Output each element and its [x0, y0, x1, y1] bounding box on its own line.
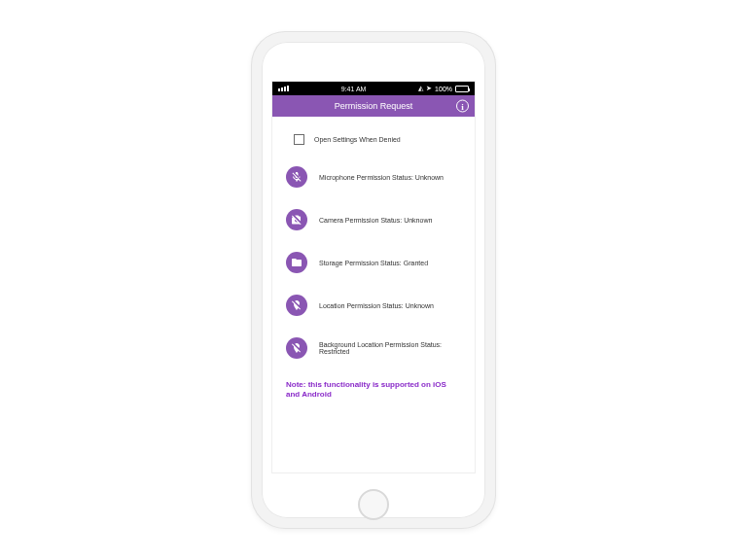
battery-icon: [455, 86, 469, 92]
phone-frame: 9:41 AM ◭ ➤ 100% Permission Request i Op…: [252, 32, 495, 528]
camera-off-icon: [286, 209, 307, 230]
camera-permission-label: Camera Permission Status: Unknown: [319, 217, 432, 224]
page-title: Permission Request: [335, 101, 413, 111]
signal-icon: [278, 86, 289, 91]
background-location-permission-label: Background Location Permission Status: R…: [319, 341, 461, 355]
info-button[interactable]: i: [456, 100, 469, 113]
open-settings-row[interactable]: Open Settings When Denied: [286, 134, 461, 145]
camera-permission-row[interactable]: Camera Permission Status: Unknown: [286, 209, 461, 230]
location-permission-row[interactable]: Location Permission Status: Unknown: [286, 295, 461, 316]
content: Open Settings When Denied Microphone Per…: [272, 117, 475, 408]
status-time: 9:41 AM: [341, 86, 367, 92]
status-bar: 9:41 AM ◭ ➤ 100%: [272, 82, 475, 95]
support-note: Note: this functionality is supported on…: [286, 380, 461, 401]
home-button[interactable]: [358, 489, 389, 520]
storage-permission-label: Storage Permission Status: Granted: [319, 260, 428, 266]
status-right: ◭ ➤ 100%: [418, 85, 469, 92]
location-off-icon: [286, 337, 307, 359]
location-status-icon: ➤: [426, 85, 432, 92]
microphone-permission-label: Microphone Permission Status: Unknown: [319, 174, 444, 181]
location-off-icon: [286, 295, 307, 316]
open-settings-label: Open Settings When Denied: [314, 136, 401, 143]
checkbox-icon[interactable]: [294, 134, 304, 145]
status-left: [278, 86, 289, 91]
folder-icon: [286, 252, 307, 273]
app-bar: Permission Request i: [272, 95, 475, 117]
phone-inner: 9:41 AM ◭ ➤ 100% Permission Request i Op…: [262, 42, 485, 518]
battery-pct: 100%: [435, 86, 452, 92]
background-location-permission-row[interactable]: Background Location Permission Status: R…: [286, 337, 461, 359]
microphone-off-icon: [286, 166, 307, 188]
screen: 9:41 AM ◭ ➤ 100% Permission Request i Op…: [271, 81, 476, 473]
location-permission-label: Location Permission Status: Unknown: [319, 302, 434, 309]
navigation-icon: ◭: [418, 85, 423, 92]
storage-permission-row[interactable]: Storage Permission Status: Granted: [286, 252, 461, 273]
microphone-permission-row[interactable]: Microphone Permission Status: Unknown: [286, 166, 461, 188]
